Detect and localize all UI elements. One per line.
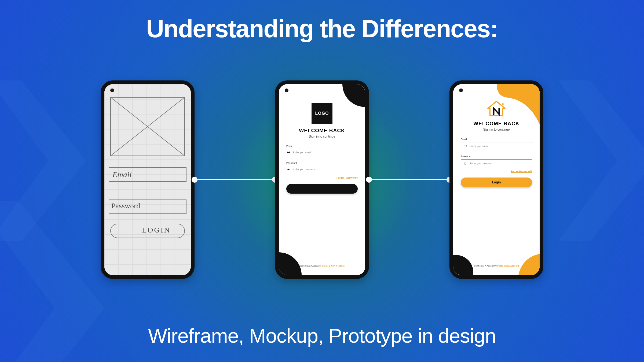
connector-2 <box>369 178 449 181</box>
prototype-email-placeholder: Enter you email <box>470 145 488 148</box>
prototype-login-button[interactable]: Login <box>461 178 532 187</box>
placeholder-x-icon <box>110 97 185 156</box>
prototype-password-label: Password <box>461 155 532 158</box>
mockup-email-field[interactable]: Enter you email <box>286 149 358 156</box>
prototype-forgot-link[interactable]: Forgot Password? <box>461 170 532 173</box>
corner-tr-black-icon <box>342 80 369 107</box>
mockup-password-placeholder: Enter you password <box>293 168 316 171</box>
wireframe-password-label: Password <box>111 202 140 210</box>
mockup-sub: Sign in to continue <box>279 135 365 138</box>
camera-dot-icon <box>285 88 288 92</box>
svg-rect-9 <box>464 163 466 164</box>
phone-mockup: LOGO WELCOME BACK Sign in to continue Em… <box>275 80 369 279</box>
connector-1 <box>195 178 275 181</box>
phone-prototype: WELCOME BACK Sign in to continue Email E… <box>449 80 543 279</box>
mockup-forgot-link[interactable]: Forgot Password? <box>286 176 358 179</box>
lock-icon <box>464 162 467 165</box>
phones-row: Email Password LOGIN LOGO WELCOME BACK S… <box>0 79 644 280</box>
mockup-create-link[interactable]: Create a New Account <box>322 265 345 267</box>
page-title: Understanding the Differences: <box>0 15 644 43</box>
prototype-create-link[interactable]: Create a New Account <box>496 265 519 267</box>
prototype-password-field[interactable]: Enter you password <box>461 159 532 167</box>
mockup-password-label: Password <box>286 162 358 164</box>
mockup-password-field[interactable]: Enter you password <box>286 166 358 173</box>
wireframe-sketch: Email Password LOGIN <box>104 84 191 275</box>
mockup-email-placeholder: Enter you email <box>293 151 311 154</box>
email-icon <box>287 151 290 154</box>
prototype-password-placeholder: Enter you password <box>470 162 493 165</box>
camera-dot-icon <box>110 88 114 92</box>
corner-tr-orange-icon <box>497 84 540 127</box>
lock-icon <box>287 168 290 171</box>
mockup-account-note: Don't Have A Account? Create a New Accou… <box>279 265 365 267</box>
page-subtitle: Wireframe, Mockup, Prototype in design <box>0 324 644 347</box>
email-icon <box>464 145 467 148</box>
mockup-login-button[interactable] <box>286 184 358 194</box>
prototype-email-field[interactable]: Enter you email <box>461 142 532 150</box>
phone-wireframe: Email Password LOGIN <box>101 80 195 279</box>
svg-rect-5 <box>288 169 290 170</box>
prototype-email-label: Email <box>461 138 532 141</box>
mockup-email-label: Email <box>286 145 358 147</box>
prototype-sub: Sign in to continue <box>453 128 540 131</box>
camera-dot-icon <box>459 88 463 92</box>
prototype-account-note: Don't Have A Account? Create a New Accou… <box>453 265 540 267</box>
mockup-welcome: WELCOME BACK <box>279 128 365 134</box>
logo-placeholder: LOGO <box>312 103 332 124</box>
wireframe-login-label: LOGIN <box>142 226 171 234</box>
wireframe-email-label: Email <box>112 170 132 179</box>
